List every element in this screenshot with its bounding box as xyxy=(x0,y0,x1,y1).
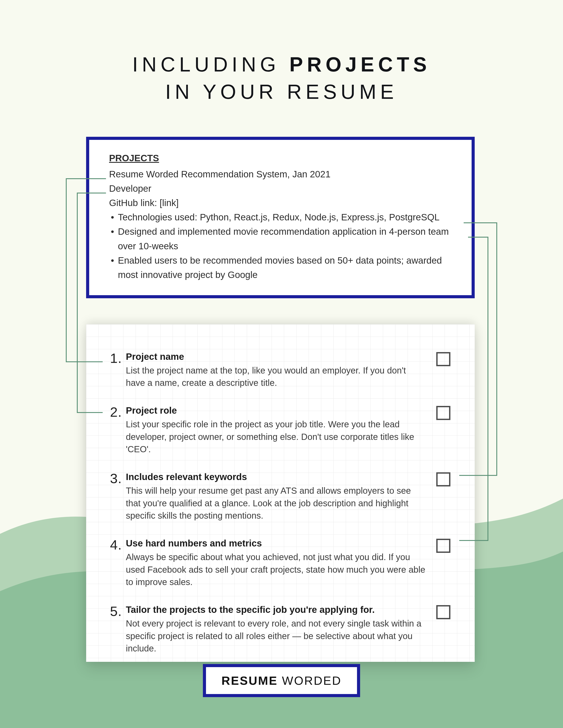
example-github-link: GitHub link: [link] xyxy=(109,196,456,210)
checklist-desc: List the project name at the top, like y… xyxy=(126,364,428,389)
title-line2: IN YOUR RESUME xyxy=(0,78,563,105)
checkbox[interactable] xyxy=(436,472,450,486)
checklist-number: 5. xyxy=(106,604,126,619)
checklist-item: 4. Use hard numbers and metrics Always b… xyxy=(106,537,450,588)
checklist-title: Project role xyxy=(126,405,428,417)
example-bullet: Enabled users to be recommended movies b… xyxy=(109,253,456,282)
brand-badge: RESUME WORDED xyxy=(203,664,360,697)
checklist-item: 3. Includes relevant keywords This will … xyxy=(106,471,450,522)
checkbox[interactable] xyxy=(436,406,450,420)
checklist-title: Includes relevant keywords xyxy=(126,471,428,483)
brand-word-2: WORDED xyxy=(278,674,342,687)
checklist-title: Project name xyxy=(126,351,428,363)
example-bullet: Technologies used: Python, React.js, Red… xyxy=(109,210,456,224)
checklist-title: Tailor the projects to the specific job … xyxy=(126,604,428,616)
checklist-card: 1. Project name List the project name at… xyxy=(86,324,475,662)
checklist-number: 1. xyxy=(106,351,126,366)
title-line1-part2: PROJECTS xyxy=(290,53,431,76)
checklist-desc: Always be specific about what you achiev… xyxy=(126,551,428,588)
example-project-role: Developer xyxy=(109,181,456,196)
checklist-number: 3. xyxy=(106,471,126,486)
checkbox[interactable] xyxy=(436,539,450,553)
example-bullet: Designed and implemented movie recommend… xyxy=(109,224,456,253)
checklist-desc: This will help your resume get past any … xyxy=(126,484,428,522)
checklist-desc: Not every project is relevant to every r… xyxy=(126,617,428,655)
checkbox[interactable] xyxy=(436,352,450,366)
checklist-desc: List your specific role in the project a… xyxy=(126,418,428,456)
example-projects-box: PROJECTS Resume Worded Recommendation Sy… xyxy=(86,137,475,298)
title-line1-part1: INCLUDING xyxy=(132,53,290,76)
checkbox[interactable] xyxy=(436,605,450,619)
checklist-item: 2. Project role List your specific role … xyxy=(106,405,450,456)
checklist-number: 4. xyxy=(106,537,126,552)
checklist-title: Use hard numbers and metrics xyxy=(126,537,428,550)
checklist-number: 2. xyxy=(106,405,126,420)
checklist-item: 5. Tailor the projects to the specific j… xyxy=(106,604,450,655)
brand-word-1: RESUME xyxy=(221,674,278,687)
example-section-label: PROJECTS xyxy=(109,151,456,165)
checklist-item: 1. Project name List the project name at… xyxy=(106,351,450,389)
example-bullets: Technologies used: Python, React.js, Red… xyxy=(109,210,456,282)
page-title: INCLUDING PROJECTS IN YOUR RESUME xyxy=(0,51,563,105)
example-project-name: Resume Worded Recommendation System, Jan… xyxy=(109,167,456,181)
